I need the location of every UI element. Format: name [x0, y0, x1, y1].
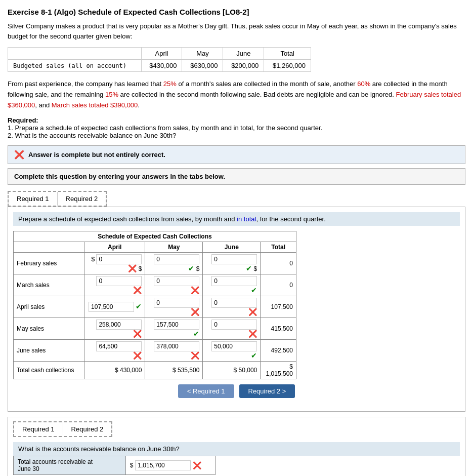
may-may: ✔ — [145, 318, 203, 340]
section2-body: What is the accounts receivable balance … — [8, 437, 465, 476]
schedule-table: Schedule of Expected Cash Collections Ap… — [13, 231, 296, 379]
may-april-input[interactable] — [96, 320, 142, 330]
table-row: June sales ❌ ❌ ✔ 492,500 — [14, 340, 296, 362]
ar-row: Total accounts receivable atJune 30 $ ❌ — [14, 456, 216, 475]
mar-june-ok-icon: ✔ — [251, 286, 257, 294]
mar-label: March sales — [14, 274, 84, 296]
feb-april-error-icon: ❌ — [128, 264, 137, 272]
section2: Required 1 Required 2 What is the accoun… — [8, 417, 465, 476]
total-row: Total cash collections $ 430,000 $ 535,5… — [14, 362, 296, 379]
feb-april: $ ❌ $ — [84, 253, 145, 274]
mar-june: ✔ — [203, 274, 261, 296]
april-header: April — [141, 48, 182, 60]
next-button-1[interactable]: Required 2 > — [239, 384, 295, 398]
feb-may-input[interactable] — [154, 254, 199, 264]
ar-label: Total accounts receivable atJune 30 — [14, 456, 126, 475]
schedule-title: Schedule of Expected Cash Collections — [14, 231, 296, 242]
feb-may: ✔ $ — [145, 253, 203, 274]
prev-button-1[interactable]: < Required 1 — [178, 384, 234, 398]
tab-required1-top[interactable]: Required 1 — [9, 192, 58, 206]
feb-june-ok-icon: ✔ — [246, 264, 252, 272]
table-row: February sales $ ❌ $ ✔ $ ✔ $ 0 — [14, 253, 296, 274]
intro-text: Silver Company makes a product that is v… — [8, 21, 465, 41]
feb-may-ok-icon: ✔ — [188, 264, 194, 272]
ar-value-input[interactable] — [135, 460, 191, 470]
june-april: ❌ — [84, 340, 145, 362]
feb-june-input[interactable] — [211, 254, 257, 264]
sales-budget-table: April May June Total Budgeted sales (all… — [8, 47, 311, 72]
col-april: April — [84, 242, 145, 253]
mar-april-error-icon: ❌ — [133, 286, 142, 294]
required-title: Required: — [8, 116, 465, 124]
tab-required1-bottom[interactable]: Required 1 — [14, 422, 63, 436]
required-item-2: 2. What is the accounts receivable balan… — [8, 132, 465, 139]
apr-may-input[interactable] — [154, 298, 199, 308]
june-may: ❌ — [145, 340, 203, 362]
required-section: Required: 1. Prepare a schedule of expec… — [8, 116, 465, 139]
col-total: Total — [261, 242, 296, 253]
mar-june-input[interactable] — [211, 276, 257, 286]
ar-value-cell: $ ❌ — [125, 456, 215, 475]
june-april-error-icon: ❌ — [133, 351, 142, 360]
apr-june: ❌ — [203, 296, 261, 318]
total-june-value: $ 50,000 — [203, 362, 261, 379]
nav-buttons-row1: < Required 1 Required 2 > — [13, 384, 460, 398]
tab1-instruction: Prepare a schedule of expected cash coll… — [13, 212, 460, 226]
feb-total: 0 — [261, 253, 296, 274]
may-june-input[interactable] — [211, 320, 257, 330]
may-april: ❌ — [84, 318, 145, 340]
mar-may-input[interactable] — [154, 276, 199, 286]
section2-instruction: What is the accounts receivable balance … — [13, 442, 460, 456]
feb-april-input[interactable] — [96, 254, 142, 264]
col-may: May — [145, 242, 203, 253]
page-title: Exercise 8-1 (Algo) Schedule of Expected… — [8, 8, 465, 16]
apr-may-error-icon: ❌ — [191, 308, 199, 316]
total-may-value: $ 535,500 — [145, 362, 203, 379]
june-april-input[interactable] — [96, 341, 142, 351]
june-june: ✔ — [203, 340, 261, 362]
ar-input-container: $ ❌ — [130, 460, 211, 470]
total-label: Total cash collections — [14, 362, 84, 379]
tab1-content: Prepare a schedule of expected cash coll… — [8, 207, 465, 412]
tabs-row2: Required 1 Required 2 — [13, 421, 112, 437]
june-header: June — [223, 48, 264, 60]
may-may-ok-icon: ✔ — [193, 330, 199, 338]
answer-status-box: ❌ Answer is complete but not entirely co… — [8, 145, 465, 164]
ar-dollar-sign: $ — [130, 462, 134, 469]
mar-april-input[interactable] — [96, 276, 142, 286]
tabs-row1: Required 1 Required 2 — [8, 191, 107, 207]
complete-instruction: Complete this question by entering your … — [8, 168, 465, 185]
april-value: $430,000 — [141, 60, 182, 72]
may-june-error-icon: ❌ — [248, 330, 257, 338]
may-label: May sales — [14, 318, 84, 340]
june-total: 492,500 — [261, 340, 296, 362]
total-header: Total — [264, 48, 311, 60]
table-row: March sales ❌ ❌ ✔ 0 — [14, 274, 296, 296]
tab-required2-top[interactable]: Required 2 — [58, 192, 106, 206]
sales-row-label: Budgeted sales (all on account) — [8, 60, 142, 72]
instruction-highlight: in total — [237, 215, 256, 223]
feb-label: February sales — [14, 253, 84, 274]
apr-total: 107,500 — [261, 296, 296, 318]
apr-june-error-icon: ❌ — [248, 308, 257, 316]
required-item-1: 1. Prepare a schedule of expected cash c… — [8, 124, 465, 132]
may-total: 415,500 — [261, 318, 296, 340]
apr-label: April sales — [14, 296, 84, 318]
may-header: May — [182, 48, 223, 60]
june-june-input[interactable] — [211, 341, 257, 351]
apr-april-input[interactable] — [89, 302, 134, 312]
june-may-input[interactable] — [154, 341, 199, 351]
table-row: April sales ✔ ❌ ❌ 107,500 — [14, 296, 296, 318]
middle-text: From past experience, the company has le… — [8, 79, 465, 110]
june-may-error-icon: ❌ — [191, 351, 199, 360]
feb-june: ✔ $ — [203, 253, 261, 274]
total-total-value: $ 1,015,500 — [261, 362, 296, 379]
apr-may: ❌ — [145, 296, 203, 318]
may-may-input[interactable] — [154, 320, 199, 330]
col-june: June — [203, 242, 261, 253]
tab-required2-bottom[interactable]: Required 2 — [63, 422, 112, 436]
june-june-ok-icon: ✔ — [251, 351, 257, 360]
apr-june-input[interactable] — [211, 298, 257, 308]
mar-may: ❌ — [145, 274, 203, 296]
mar-may-error-icon: ❌ — [191, 286, 199, 294]
